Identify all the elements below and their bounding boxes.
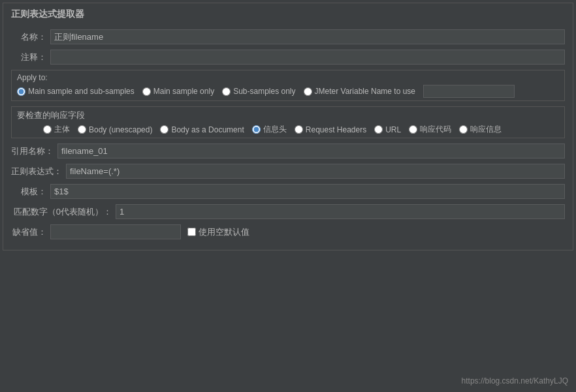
apply-main-only-label: Main sample only: [153, 87, 214, 96]
use-empty-default-item[interactable]: 使用空默认值: [187, 226, 249, 238]
rf-body-doc-label: Body as a Document: [171, 125, 244, 134]
match-no-row: 匹配数字（0代表随机）：: [11, 204, 565, 219]
rf-response-code-label: 响应代码: [420, 124, 451, 135]
jmeter-var-input[interactable]: [423, 85, 515, 98]
name-label: 名称：: [11, 31, 50, 43]
watermark: https://blog.csdn.net/KathyLJQ: [462, 376, 568, 385]
default-value-input[interactable]: [50, 224, 181, 239]
response-field-section: 要检查的响应字段 主体 Body (unescaped) Body as a D…: [11, 106, 565, 138]
default-value-row: 缺省值： 使用空默认值: [11, 224, 565, 239]
rf-info[interactable]: 信息头: [252, 124, 287, 135]
comment-row: 注释：: [11, 50, 565, 65]
default-label: 缺省值：: [11, 226, 50, 238]
apply-main-sub[interactable]: Main sample and sub-samples: [17, 87, 135, 96]
ref-name-label: 引用名称：: [11, 145, 57, 157]
template-label: 模板：: [11, 186, 50, 198]
response-field-radio-group: 主体 Body (unescaped) Body as a Document 信…: [17, 124, 559, 135]
rf-url[interactable]: URL: [374, 125, 401, 134]
use-empty-default-label: 使用空默认值: [199, 226, 249, 238]
rf-req-headers-label: Request Headers: [306, 125, 366, 134]
rf-body-unescaped[interactable]: Body (unescaped): [78, 125, 152, 134]
response-field-title: 要检查的响应字段: [17, 110, 559, 121]
apply-to-section: Apply to: Main sample and sub-samples Ma…: [11, 70, 565, 101]
apply-main-only[interactable]: Main sample only: [142, 87, 214, 96]
apply-jmeter-var-label: JMeter Variable Name to use: [315, 87, 416, 96]
match-no-input[interactable]: [116, 204, 565, 219]
match-no-label: 匹配数字（0代表随机）：: [11, 206, 116, 218]
rf-req-headers[interactable]: Request Headers: [295, 125, 366, 134]
name-input[interactable]: [50, 29, 565, 44]
apply-sub-only[interactable]: Sub-samples only: [222, 87, 295, 96]
apply-main-sub-label: Main sample and sub-samples: [28, 87, 135, 96]
rf-response-code[interactable]: 响应代码: [409, 124, 451, 135]
template-input[interactable]: [50, 184, 565, 199]
rf-body-doc[interactable]: Body as a Document: [160, 125, 244, 134]
comment-label: 注释：: [11, 52, 50, 63]
name-row: 名称：: [11, 29, 565, 44]
regex-input[interactable]: [66, 164, 565, 179]
regex-row: 正则表达式：: [11, 164, 565, 179]
ref-name-row: 引用名称：: [11, 143, 565, 158]
rf-response-msg[interactable]: 响应信息: [459, 124, 502, 135]
panel-title: 正则表达式提取器: [11, 8, 565, 23]
ref-name-input[interactable]: [57, 143, 565, 158]
rf-response-msg-label: 响应信息: [470, 124, 502, 135]
regex-label: 正则表达式：: [11, 166, 66, 177]
apply-sub-only-label: Sub-samples only: [233, 87, 295, 96]
rf-body-label: 主体: [54, 124, 70, 135]
apply-to-radio-group: Main sample and sub-samples Main sample …: [17, 85, 559, 98]
rf-body-unescaped-label: Body (unescaped): [89, 125, 152, 134]
comment-input[interactable]: [50, 50, 565, 65]
template-row: 模板：: [11, 184, 565, 199]
main-panel: 正则表达式提取器 名称： 注释： Apply to: Main sample a…: [3, 3, 573, 250]
rf-info-label: 信息头: [263, 124, 287, 135]
use-empty-default-checkbox[interactable]: [187, 228, 196, 236]
apply-jmeter-var[interactable]: JMeter Variable Name to use: [304, 87, 416, 96]
apply-to-label: Apply to:: [17, 73, 559, 82]
rf-body[interactable]: 主体: [43, 124, 70, 135]
rf-url-label: URL: [385, 125, 401, 134]
